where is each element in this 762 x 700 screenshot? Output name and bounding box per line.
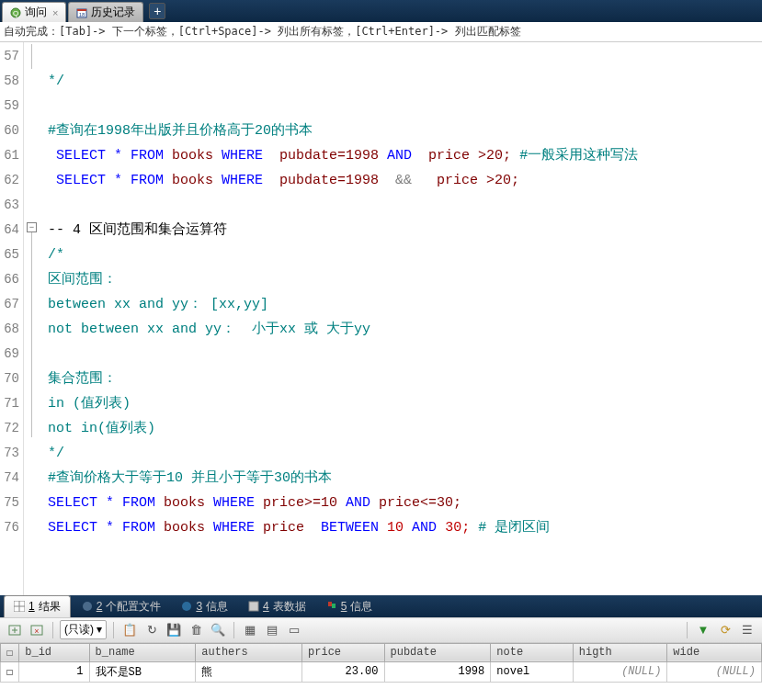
tab-query-label: 询问 (25, 5, 47, 20)
row-check[interactable]: ☐ (1, 661, 19, 682)
close-icon[interactable]: × (52, 7, 58, 18)
cell-note[interactable]: novel (491, 661, 573, 682)
flag-icon (326, 601, 337, 612)
insert-row-icon[interactable] (6, 621, 24, 639)
result-tab-bar: 1 结果 2 个配置文件 3 信息 4 表数据 5 信息 (0, 595, 762, 617)
col-note[interactable]: note (491, 643, 573, 661)
check-all[interactable]: ☐ (1, 643, 19, 661)
col-authers[interactable]: authers (196, 643, 302, 661)
delete-row-icon[interactable]: × (28, 621, 46, 639)
svg-point-8 (83, 602, 92, 611)
readonly-select[interactable]: (只读) ▾ (60, 620, 107, 639)
sort-icon[interactable]: ⟳ (716, 621, 734, 639)
save-icon[interactable]: 💾 (165, 621, 183, 639)
svg-text:Q: Q (13, 9, 18, 17)
search-icon[interactable]: 🔍 (209, 621, 227, 639)
cell-pubdate[interactable]: 1998 (384, 661, 491, 682)
cell-bname[interactable]: 我不是SB (89, 661, 196, 682)
form-view-icon[interactable]: ▤ (263, 621, 281, 639)
tab-query[interactable]: Q 询问 × (2, 2, 66, 22)
col-bid[interactable]: b_id (19, 643, 89, 661)
tab-tabledata[interactable]: 4 表数据 (239, 596, 315, 617)
calendar-icon: 18 (76, 7, 87, 18)
code-area[interactable]: */ #查询在1998年出版并且价格高于20的书本 SELECT * FROM … (40, 42, 762, 595)
fold-toggle[interactable]: − (27, 222, 37, 232)
tab-history[interactable]: 18 历史记录 (68, 2, 143, 22)
grid-header-row: ☐ b_id b_name authers price pubdate note… (1, 643, 762, 661)
code-editor[interactable]: 5758596061626364656667686970717273747576… (0, 42, 762, 595)
svg-rect-11 (328, 602, 332, 606)
line-gutter: 5758596061626364656667686970717273747576 (0, 42, 24, 595)
export-icon[interactable]: ☰ (738, 621, 756, 639)
cell-wide[interactable]: (NULL) (667, 661, 762, 682)
col-bname[interactable]: b_name (89, 643, 196, 661)
autocomplete-hint: 自动完成：[Tab]-> 下一个标签，[Ctrl+Space]-> 列出所有标签… (0, 22, 762, 42)
svg-rect-12 (332, 604, 336, 608)
svg-text:×: × (34, 627, 39, 636)
cell-price[interactable]: 23.00 (302, 661, 384, 682)
tab-profile[interactable]: 2 个配置文件 (73, 596, 171, 617)
refresh-icon[interactable]: ↻ (142, 621, 161, 639)
grid-icon (14, 601, 25, 612)
result-grid: ☐ b_id b_name authers price pubdate note… (0, 643, 762, 701)
query-icon: Q (10, 7, 21, 18)
col-pubdate[interactable]: pubdate (384, 643, 491, 661)
svg-point-9 (182, 602, 191, 611)
svg-rect-3 (77, 9, 86, 11)
grid-view-icon[interactable]: ▦ (241, 621, 259, 639)
text-view-icon[interactable]: ▭ (285, 621, 303, 639)
fold-column: − (24, 42, 40, 595)
col-price[interactable]: price (302, 643, 384, 661)
delete-icon[interactable]: 🗑 (187, 621, 205, 639)
tab-history-label: 历史记录 (91, 5, 135, 20)
tab-result[interactable]: 1 结果 (4, 595, 71, 617)
profile-icon (82, 601, 93, 612)
info-icon (181, 601, 192, 612)
filter-icon[interactable]: ▼ (694, 621, 712, 639)
svg-rect-10 (249, 602, 258, 611)
table-row[interactable]: ☐ 1 我不是SB 熊 23.00 1998 novel (NULL) (NUL… (1, 661, 762, 682)
editor-tab-bar: Q 询问 × 18 历史记录 + (0, 0, 762, 22)
table-icon (248, 601, 259, 612)
cell-bid[interactable]: 1 (19, 661, 89, 682)
add-tab-button[interactable]: + (149, 3, 165, 19)
tab-info[interactable]: 3 信息 (172, 596, 237, 617)
svg-text:18: 18 (79, 12, 85, 17)
cell-authers[interactable]: 熊 (196, 661, 302, 682)
col-higth[interactable]: higth (573, 643, 667, 661)
copy-icon[interactable]: 📋 (120, 621, 139, 639)
result-toolbar: × (只读) ▾ 📋 ↻ 💾 🗑 🔍 ▦ ▤ ▭ ▼ ⟳ ☰ (0, 617, 762, 643)
cell-higth[interactable]: (NULL) (573, 661, 667, 682)
tab-info2[interactable]: 5 信息 (317, 596, 382, 617)
col-wide[interactable]: wide (667, 643, 762, 661)
